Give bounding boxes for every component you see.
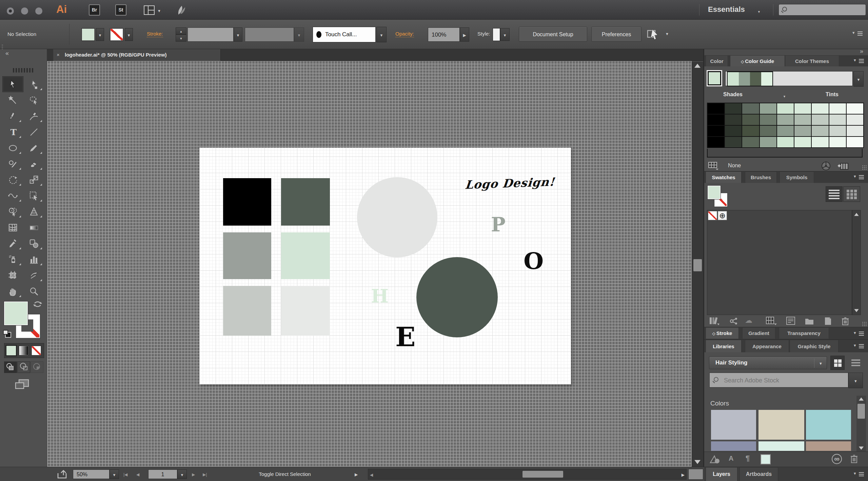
- variation-swatch[interactable]: [847, 137, 863, 147]
- scroll-right-icon[interactable]: [682, 472, 685, 478]
- tool-direct-selection-icon[interactable]: [23, 76, 44, 92]
- swatch-registration[interactable]: [718, 211, 727, 220]
- tab-gradient[interactable]: Gradient: [742, 327, 775, 339]
- libraries-scrollbar[interactable]: [856, 396, 866, 452]
- stroke-color-swatch[interactable]: [110, 28, 123, 41]
- new-swatch-icon[interactable]: [824, 317, 832, 327]
- gpu-performance-icon[interactable]: [176, 4, 188, 17]
- tab-brushes[interactable]: Brushes: [745, 171, 777, 183]
- draw-normal-button[interactable]: [4, 361, 17, 373]
- variation-swatch[interactable]: [847, 103, 863, 114]
- tool-eyedropper-icon[interactable]: [2, 235, 23, 251]
- stroke-weight-field[interactable]: [188, 27, 234, 42]
- collapse-tools-icon[interactable]: [5, 50, 9, 57]
- library-color-swatch[interactable]: [711, 410, 756, 440]
- panel-menu-icon[interactable]: [854, 331, 865, 336]
- stroke-dropdown-button[interactable]: [125, 28, 133, 41]
- panel-menu-icon[interactable]: [854, 472, 865, 477]
- base-color-swatch[interactable]: [708, 71, 721, 85]
- canvas[interactable]: Logo Design!POHE: [47, 61, 692, 467]
- tool-slice-icon[interactable]: [23, 267, 44, 283]
- variation-swatch[interactable]: [777, 103, 794, 114]
- tool-line-segment-icon[interactable]: [23, 124, 44, 140]
- grid-view-button[interactable]: [843, 186, 860, 202]
- fill-mini-swatch[interactable]: [708, 186, 721, 199]
- tab-graphic-style[interactable]: Graphic Style: [790, 340, 839, 353]
- tool-scale-icon[interactable]: [23, 172, 44, 188]
- tool-gradient-icon[interactable]: [23, 219, 44, 235]
- screen-mode-icon[interactable]: [14, 378, 31, 392]
- vertical-scroll-thumb[interactable]: [693, 259, 702, 271]
- panel-menu-icon[interactable]: [854, 175, 865, 180]
- document-tab[interactable]: × logoheader.ai* @ 50% (RGB/GPU Preview): [53, 49, 221, 61]
- stock-button[interactable]: St: [115, 4, 126, 16]
- window-close-button[interactable]: [7, 7, 14, 15]
- harmony-colors[interactable]: [727, 71, 773, 86]
- window-minimize-button[interactable]: [21, 7, 28, 15]
- variation-swatch[interactable]: [794, 137, 811, 147]
- new-color-group-icon[interactable]: [805, 317, 814, 327]
- tab-color-themes[interactable]: Color Themes: [785, 55, 839, 67]
- artboard-number-field[interactable]: 1: [148, 469, 177, 479]
- dark-green-square[interactable]: [281, 178, 330, 226]
- add-fill-color-chip[interactable]: [761, 454, 771, 464]
- variation-swatch[interactable]: [725, 137, 742, 147]
- tool-selection-icon[interactable]: [2, 76, 23, 92]
- letter-o[interactable]: O: [524, 249, 544, 272]
- letter-p[interactable]: P: [491, 215, 506, 234]
- swatch-options-icon[interactable]: [786, 317, 795, 327]
- variation-swatch[interactable]: [760, 114, 776, 125]
- variation-grid[interactable]: [707, 103, 864, 148]
- status-text[interactable]: Toggle Direct Selection: [217, 471, 353, 477]
- variation-swatch[interactable]: [777, 137, 794, 147]
- variation-swatch[interactable]: [708, 103, 724, 114]
- previous-artboard-icon[interactable]: [136, 471, 139, 477]
- panel-menu-icon[interactable]: [854, 344, 865, 349]
- tab-symbols[interactable]: Symbols: [780, 171, 814, 183]
- lighter-gray-square[interactable]: [281, 286, 330, 336]
- stock-search-dropdown[interactable]: [848, 373, 863, 388]
- tool-column-graph-icon[interactable]: [23, 251, 44, 267]
- tab-appearance[interactable]: Appearance: [745, 340, 789, 353]
- horizontal-scrollbar[interactable]: [368, 469, 687, 480]
- arrange-documents-button[interactable]: [144, 5, 156, 16]
- variation-swatch[interactable]: [760, 137, 776, 147]
- library-color-swatch[interactable]: [711, 441, 756, 451]
- tab-artboards[interactable]: Artboards: [739, 467, 778, 481]
- collapse-dock-icon[interactable]: [860, 48, 863, 55]
- tool-pen-icon[interactable]: [2, 108, 23, 124]
- tool-zoom-icon[interactable]: [23, 283, 44, 299]
- tool-eraser-icon[interactable]: [23, 156, 44, 172]
- controlbar-menu-icon[interactable]: [853, 31, 863, 36]
- variation-swatch[interactable]: [777, 114, 794, 125]
- tool-lasso-icon[interactable]: [23, 92, 44, 108]
- stroke-weight-up-button[interactable]: [176, 27, 186, 35]
- variation-swatch[interactable]: [742, 137, 759, 147]
- variation-swatch[interactable]: [725, 114, 742, 125]
- list-view-button[interactable]: [826, 186, 843, 202]
- gray-square[interactable]: [223, 232, 271, 279]
- tool-ellipse-icon[interactable]: [2, 140, 23, 156]
- vertical-scrollbar[interactable]: [692, 62, 703, 467]
- zoom-level-field[interactable]: 50%: [73, 469, 110, 479]
- draw-behind-button[interactable]: [17, 361, 30, 373]
- light-gray-circle[interactable]: [357, 177, 437, 257]
- tool-perspective-grid-icon[interactable]: [23, 204, 44, 219]
- width-profile-field[interactable]: [245, 27, 294, 42]
- edit-colors-icon[interactable]: [821, 161, 831, 172]
- variation-swatch[interactable]: [812, 137, 828, 147]
- library-list-view-button[interactable]: [849, 356, 863, 370]
- zoom-dropdown[interactable]: [110, 469, 119, 479]
- letter-e[interactable]: E: [395, 324, 415, 350]
- panel-menu-icon[interactable]: [854, 59, 865, 63]
- first-artboard-icon[interactable]: [123, 471, 127, 477]
- preferences-button[interactable]: Preferences: [591, 27, 642, 42]
- mint-square[interactable]: [281, 232, 330, 279]
- black-square[interactable]: [223, 178, 271, 226]
- variation-swatch[interactable]: [708, 137, 724, 147]
- gradient-mode-button[interactable]: [19, 346, 29, 356]
- tool-shaper-icon[interactable]: [2, 156, 23, 172]
- variation-type-icon[interactable]: [783, 93, 786, 99]
- harmony-rules-dropdown[interactable]: [853, 71, 864, 87]
- tab-stroke[interactable]: ◇Stroke: [706, 327, 739, 339]
